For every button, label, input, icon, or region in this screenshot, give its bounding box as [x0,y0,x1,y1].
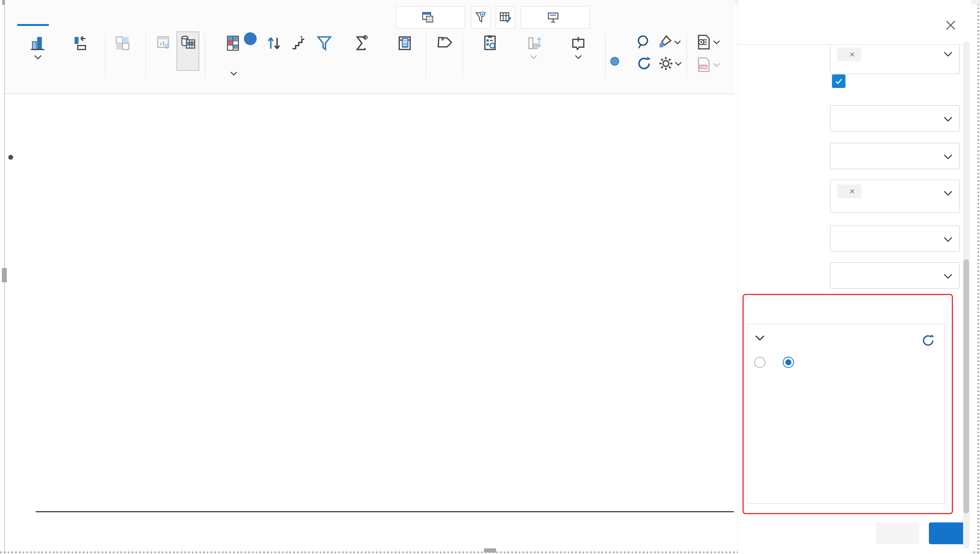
pdf-icon: PDF [695,56,713,74]
settings-button[interactable] [657,55,682,72]
cf-badge [244,32,257,45]
aggregation-icon [352,34,371,53]
x-axis-line [36,511,734,512]
data-labels-icon [433,34,452,53]
ribbon-separator [105,33,105,78]
filter-lock-icon [474,11,487,24]
back-button[interactable] [876,522,919,544]
pivot-data-icon [422,11,434,24]
left-resize-handle[interactable] [2,268,7,282]
chart-legend[interactable] [8,155,15,160]
storyboard-button[interactable] [521,6,590,29]
format-by-select[interactable] [830,143,960,169]
sort-icon [264,34,283,53]
document-gear-icon [695,33,713,51]
chevron-down-icon [34,55,42,59]
ribbon-separator [463,33,463,78]
impacts-on-select[interactable] [830,180,960,213]
impacts-on-chip[interactable] [837,185,861,198]
annotation-button[interactable] [556,34,601,59]
conditional-formatting-icon [224,34,243,53]
filter-lock-button[interactable] [471,6,490,29]
search-icon [635,33,653,51]
reset-icon [920,333,936,349]
refresh-button[interactable] [635,55,653,74]
export-pdf-button-disabled[interactable]: PDF [695,56,720,74]
rotate-icon [71,34,89,53]
conditional-formatting-button[interactable] [211,34,256,78]
aggregation-button[interactable] [339,34,385,55]
exclude-total-checkbox[interactable] [832,75,845,88]
radio-value[interactable] [754,357,765,368]
oa-dot-icon [609,56,620,67]
remove-chip-icon[interactable] [848,188,856,195]
series-icon [155,34,173,52]
ribbon-toolbar: PDF [5,0,735,94]
chevron-down-icon [574,55,582,59]
chevron-down-icon [943,237,953,242]
conditional-formatting-label [230,56,237,78]
checkmark-icon [834,76,843,86]
panel-scrollbar-thumb[interactable] [964,259,969,513]
analytics-icon [481,34,500,53]
chevron-down-icon [943,191,953,196]
ribbon-separator [145,33,146,78]
formula-icon [395,34,414,53]
chevron-down-icon [943,154,953,159]
rule-for-select[interactable] [830,105,960,132]
split-icon [179,34,197,52]
highlight-button[interactable] [656,33,681,51]
table-edit-icon [499,11,512,24]
pivot-data-button[interactable] [396,6,465,29]
chevron-down-icon [230,72,237,76]
filter-button[interactable] [312,34,336,55]
export-settings-button[interactable] [695,33,720,51]
apply-to-select[interactable] [830,45,960,74]
apply-button[interactable] [929,522,966,544]
deviation-icon [524,34,543,53]
paintbrush-icon [656,33,674,51]
top-n-button[interactable] [286,34,312,55]
selection-border-right [977,0,979,554]
chevron-down-icon [674,40,681,45]
radio-percentage[interactable] [783,357,794,368]
custom-ranges-card [747,324,945,504]
conditional-formatting-panel [738,0,971,554]
panel-scrollbar[interactable] [963,41,969,549]
trellis-icon [113,34,132,53]
rotate-button[interactable] [62,34,98,55]
split-button[interactable] [178,34,198,54]
series-button-disabled[interactable] [151,34,177,54]
chart-type-button[interactable] [16,34,59,59]
search-button[interactable] [635,33,653,53]
close-icon[interactable] [943,18,958,34]
remove-chip-icon[interactable] [848,51,856,58]
gear-icon [657,55,675,72]
chart-type-icon [29,34,47,53]
ribbon-separator [204,33,205,78]
trellis-button-disabled[interactable] [106,34,139,55]
filter-icon [315,34,334,53]
reset-ranges-button[interactable] [920,333,936,350]
table-edit-button[interactable] [496,6,515,29]
oa-toggle-button[interactable] [609,56,622,67]
chevron-down-icon [943,116,953,122]
annotation-icon [569,34,588,53]
analytics-button[interactable] [469,34,511,55]
apply-to-chip[interactable] [837,48,861,61]
chevron-down-icon [675,62,682,66]
refresh-icon [635,55,653,72]
formula-button[interactable] [387,34,422,55]
data-labels-button[interactable] [428,34,457,66]
ribbon-separator [426,33,426,78]
collapse-chevron-icon[interactable] [755,335,765,341]
deviation-button-disabled[interactable] [513,34,554,59]
color-scale-type-select[interactable] [830,262,960,289]
based-on-select[interactable] [830,226,960,252]
storyboard-icon [547,11,560,24]
top-n-icon [290,34,308,53]
inforiver-visual: PDF [0,0,980,554]
chevron-down-icon [943,274,953,279]
sort-button[interactable] [262,34,285,55]
chevron-down-icon [943,51,953,57]
